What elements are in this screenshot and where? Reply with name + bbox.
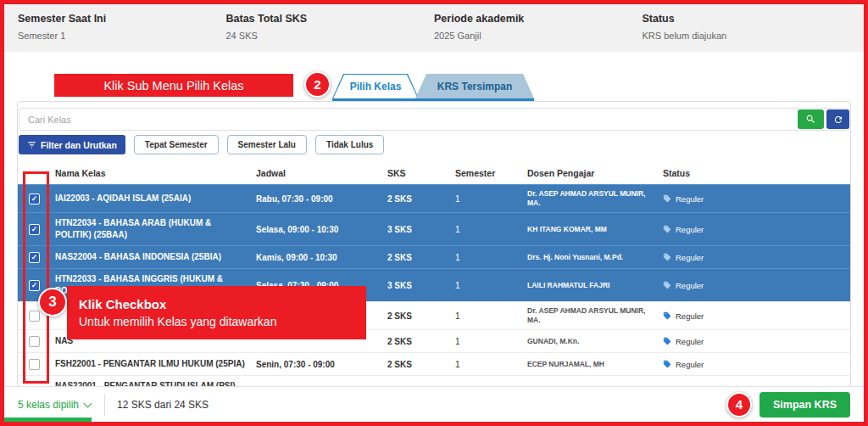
tab-krs-tersimpan[interactable]: KRS Tersimpan	[415, 74, 534, 98]
info-status: Status KRS belum diajukan	[643, 13, 851, 43]
class-lecturer: GUNADI, M.Kn.	[527, 337, 663, 346]
class-lecturer: LAILI RAHMATUL FAJRI	[527, 281, 663, 290]
col-header-status: Status	[663, 168, 850, 178]
status-tag-icon	[663, 253, 671, 261]
tab-pilih-kelas[interactable]: Pilih Kelas	[332, 74, 419, 98]
search-button[interactable]	[798, 109, 824, 129]
class-name: IAI22003 - AQIDAH ISLAM (25AIA)	[55, 193, 256, 205]
search-icon	[805, 114, 816, 125]
class-status: Reguler	[663, 253, 850, 262]
tab-label: KRS Tersimpan	[437, 81, 512, 92]
status-label: Reguler	[676, 360, 704, 369]
annotation-step4-badge: 4	[726, 392, 752, 418]
filter-sort-button[interactable]: Filter dan Urutkan	[19, 135, 125, 154]
row-checkbox[interactable]	[29, 359, 40, 370]
col-header-semester: Semester	[455, 168, 527, 178]
col-header-nama-kelas: Nama Kelas	[55, 168, 256, 178]
table-row[interactable]: HTN22034 - BAHASA ARAB (HUKUM & POLITIK)…	[18, 212, 850, 245]
status-tag-icon	[663, 281, 671, 289]
info-label: Batas Total SKS	[226, 13, 435, 25]
class-semester: 1	[455, 360, 527, 369]
col-header-sks: SKS	[387, 168, 455, 178]
class-lecturer: Dr. ASEP AHMAD ARSYUL MUNIR, MA.	[527, 189, 663, 208]
class-sks: 3 SKS	[387, 281, 455, 290]
table-row[interactable]: NAS22004 - BAHASA INDONESIA (25BIA) Kami…	[18, 245, 850, 268]
checkbox-cell	[18, 193, 55, 205]
class-status: Reguler	[663, 281, 850, 290]
table-row[interactable]: IAI22003 - AQIDAH ISLAM (25AIA) Rabu, 07…	[18, 184, 850, 212]
chip-tidak-lulus[interactable]: Tidak Lulus	[315, 135, 384, 154]
class-sks: 3 SKS	[387, 225, 455, 234]
class-sks: 2 SKS	[387, 194, 455, 204]
refresh-icon	[833, 115, 843, 125]
class-sks: 2 SKS	[387, 360, 455, 369]
class-status: Reguler	[663, 311, 850, 321]
search-input[interactable]	[19, 108, 849, 131]
class-name: FSH22001 - PENGANTAR ILMU HUKUM (25PIA)	[55, 358, 256, 370]
row-checkbox[interactable]	[29, 224, 40, 235]
class-name: NAS22004 - BAHASA INDONESIA (25BIA)	[55, 251, 256, 263]
col-header-dosen-pengajar: Dosen Pengajar	[527, 168, 663, 178]
class-sks: 2 SKS	[387, 337, 455, 346]
status-tag-icon	[663, 337, 671, 345]
status-tag-icon	[663, 311, 671, 320]
info-value: Semester 1	[18, 31, 226, 41]
class-schedule: Selasa, 09:00 - 10:30	[256, 225, 387, 234]
filter-row: Filter dan Urutkan Tepat Semester Semest…	[19, 135, 384, 154]
table-header: Nama Kelas Jadwal SKS Semester Dosen Pen…	[18, 162, 850, 184]
footer-actions: 4 Simpan KRS	[726, 392, 850, 418]
class-schedule: Rabu, 07:30 - 09:00	[256, 194, 387, 204]
row-checkbox[interactable]	[29, 336, 40, 347]
selected-classes-dropdown[interactable]: 5 kelas dipilih	[18, 399, 91, 411]
row-checkbox[interactable]	[29, 252, 40, 263]
class-semester: 1	[455, 337, 527, 346]
annotation-step3-line1: Klik Checkbox	[79, 297, 354, 311]
class-sks: 2 SKS	[387, 311, 455, 321]
class-status: Reguler	[663, 194, 850, 204]
col-header-jadwal: Jadwal	[256, 168, 387, 178]
class-name: HTN22034 - BAHASA ARAB (HUKUM & POLITIK)…	[55, 217, 256, 241]
annotation-step3-badge: 3	[38, 288, 67, 317]
class-schedule: Senin, 07:30 - 09:00	[256, 360, 387, 369]
checkbox-cell	[18, 252, 55, 263]
info-periode-akademik: Periode akademik 2025 Ganjil	[434, 13, 643, 43]
info-label: Semester Saat Ini	[18, 13, 226, 25]
krs-page: Semester Saat Ini Semester 1 Batas Total…	[0, 0, 868, 426]
class-lecturer: KH ITANG KOMAR, MM	[527, 225, 663, 234]
class-semester: 1	[455, 194, 527, 204]
info-semester-saat-ini: Semester Saat Ini Semester 1	[18, 13, 226, 43]
status-tag-icon	[663, 194, 671, 203]
class-semester: 1	[455, 225, 527, 234]
filter-icon	[27, 140, 36, 149]
class-sks: 2 SKS	[387, 253, 455, 262]
row-checkbox[interactable]	[29, 311, 40, 322]
tab-label: Pilih Kelas	[350, 81, 402, 92]
sks-summary: 12 SKS dari 24 SKS	[104, 394, 220, 416]
info-label: Periode akademik	[434, 13, 643, 25]
status-label: Reguler	[676, 225, 704, 234]
class-status: Reguler	[663, 360, 850, 369]
class-status: Reguler	[663, 225, 850, 234]
row-checkbox[interactable]	[29, 193, 40, 205]
chip-semester-lalu[interactable]: Semester Lalu	[227, 135, 307, 154]
table-row[interactable]: FSH22001 - PENGANTAR ILMU HUKUM (25PIA) …	[18, 352, 850, 375]
row-checkbox[interactable]	[29, 280, 40, 291]
status-label: Reguler	[676, 253, 704, 262]
info-label: Status	[643, 13, 851, 25]
annotation-step2-label: Klik Sub Menu Pilih Kelas	[54, 74, 293, 97]
info-value: 2025 Ganjil	[434, 31, 643, 41]
checkbox-cell	[18, 359, 55, 370]
filter-sort-label: Filter dan Urutkan	[41, 140, 117, 150]
status-label: Reguler	[676, 311, 704, 321]
save-krs-button[interactable]: Simpan KRS	[760, 392, 850, 418]
status-label: Reguler	[676, 337, 704, 346]
class-semester: 1	[455, 253, 527, 262]
info-batas-total-sks: Batas Total SKS 24 SKS	[226, 13, 435, 43]
selected-classes-label: 5 kelas dipilih	[18, 399, 79, 411]
class-semester: 1	[455, 311, 527, 321]
class-lecturer: Drs. Hj. Noni Yusnani, M.Pd.	[527, 253, 663, 262]
info-value: 24 SKS	[226, 31, 435, 41]
chip-tepat-semester[interactable]: Tepat Semester	[134, 135, 219, 154]
refresh-button[interactable]	[826, 109, 849, 129]
status-label: Reguler	[676, 194, 704, 204]
